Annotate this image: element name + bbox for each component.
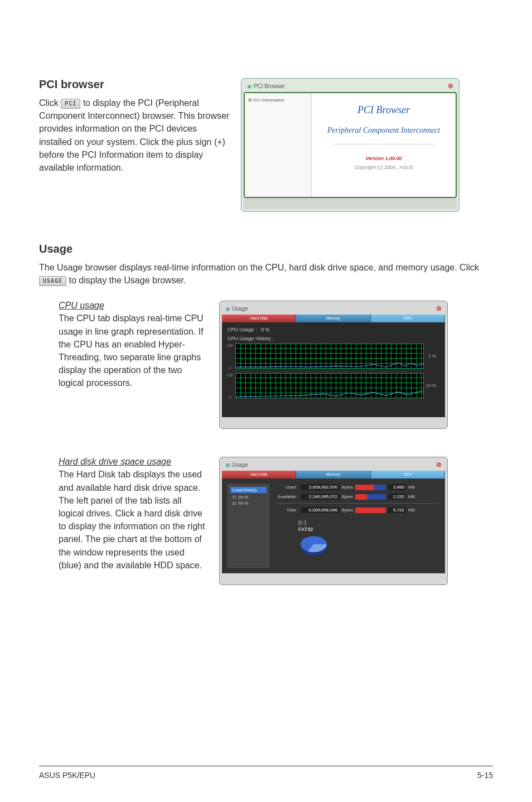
axis-bot-1: 0 bbox=[229, 366, 231, 370]
hdd-used-bytes: 3,659,902,976 bbox=[301, 484, 340, 490]
cpu-subtitle: CPU usage bbox=[59, 301, 209, 311]
hdd-subtitle: Hard disk drive space usage bbox=[59, 457, 209, 467]
hdd-pie-chart bbox=[298, 533, 329, 558]
hdd-text: The Hard Disk tab displays the used and … bbox=[59, 468, 209, 572]
hdd-total-bar bbox=[355, 508, 386, 513]
usage-titlebar-hdd: ◉ Usage ⊗ bbox=[222, 460, 445, 470]
hdd-used-bar bbox=[355, 485, 386, 490]
axis-bot-2: 0 bbox=[229, 395, 231, 399]
hdd-body: Local Drive(s) C: 39 % D: 99 % Used : 3,… bbox=[222, 479, 445, 573]
usage-tabs-hdd: Hard Disk Memory CPU bbox=[222, 471, 445, 479]
usage-tabs: Hard Disk Memory CPU bbox=[222, 315, 445, 322]
pci-window-title: ◉ PCI Browser bbox=[247, 83, 285, 89]
usage-inline-button[interactable]: USAGE bbox=[39, 276, 66, 287]
page-footer: ASUS P5K/EPU 5-15 bbox=[39, 766, 493, 780]
pci-heading: PCI browser bbox=[39, 78, 230, 91]
pci-titlebar: ◉ PCI Browser ⊗ bbox=[244, 81, 457, 91]
close-icon[interactable]: ⊗ bbox=[436, 305, 442, 312]
cpu-pct-2: 15 % bbox=[426, 383, 436, 388]
close-icon[interactable]: ⊗ bbox=[436, 461, 442, 468]
hdd-used-mbunit: MB bbox=[408, 485, 415, 490]
cpu-usage-body: CPU Usage : 0 % CPU Usage History : 100 … bbox=[222, 322, 445, 417]
hdd-total-bytes: 6,000,898,048 bbox=[301, 507, 340, 513]
hdd-avail-label: Available : bbox=[275, 494, 298, 499]
pci-content-panel: PCI Browser Peripheral Component Interco… bbox=[312, 93, 456, 197]
hdd-used-mb: 3,490 bbox=[388, 484, 406, 490]
cpu-text: The CPU tab displays real-time CPU usage… bbox=[59, 312, 209, 389]
hdd-usage-window: ◉ Usage ⊗ Hard Disk Memory CPU Local Dri… bbox=[219, 457, 448, 585]
pci-tree-item[interactable]: ⊞ PCI Information bbox=[248, 98, 284, 103]
pci-copyright: Copyright (c) 2004 , ASUS bbox=[354, 165, 413, 170]
pci-text-before: Click bbox=[39, 98, 61, 108]
hdd-avail-unit: Bytes bbox=[342, 494, 353, 499]
cpu-usage-label: CPU Usage : 0 % bbox=[228, 327, 439, 332]
cpu-pct-1: 3 % bbox=[428, 354, 436, 359]
hdd-drive-d[interactable]: D: 99 % bbox=[230, 500, 267, 506]
hdd-used-label: Used : bbox=[275, 485, 298, 490]
usage-window-title: ◉ Usage bbox=[225, 306, 248, 312]
hdd-drive-c[interactable]: C: 39 % bbox=[230, 494, 267, 500]
hdd-total-unit: Bytes bbox=[342, 508, 353, 513]
hdd-drives-panel: Local Drive(s) C: 39 % D: 99 % bbox=[228, 484, 269, 568]
pci-paragraph: Click PCI to display the PCI (Peripheral… bbox=[39, 96, 230, 174]
hdd-window-title: ◉ Usage bbox=[225, 462, 248, 468]
hdd-avail-mbunit: MB bbox=[408, 494, 415, 499]
usage-intro-before: The Usage browser displays real-time inf… bbox=[39, 263, 479, 272]
hdd-pie-label1: [C:] bbox=[298, 520, 439, 525]
pci-version: Version 1.00.00 bbox=[365, 156, 402, 161]
tab-memory[interactable]: Memory bbox=[296, 315, 370, 322]
axis-top-1: 100 bbox=[226, 344, 233, 347]
hdd-pie-label2: FAT32 bbox=[298, 526, 439, 532]
usage-heading: Usage bbox=[39, 243, 493, 255]
pci-content-title: PCI Browser bbox=[357, 104, 410, 116]
cpu-chart-2 bbox=[235, 373, 424, 398]
pci-text-after: to display the PCI (Peripheral Component… bbox=[39, 98, 229, 172]
hdd-row-total: Total : 6,000,898,048 Bytes 5,722 MB bbox=[275, 507, 439, 513]
hdd-avail-bar bbox=[355, 494, 386, 500]
hdd-info-panel: Used : 3,659,902,976 Bytes 3,490 MB Avai… bbox=[275, 484, 439, 568]
hdd-avail-bytes: 2,340,995,072 bbox=[301, 494, 340, 500]
pci-inline-button[interactable]: PCI bbox=[61, 99, 80, 109]
tab-harddisk[interactable]: Hard Disk bbox=[222, 315, 296, 322]
cpu-usage-window: ◉ Usage ⊗ Hard Disk Memory CPU CPU Usage… bbox=[219, 301, 448, 429]
pci-tree-panel[interactable]: ⊞ PCI Information bbox=[245, 93, 312, 197]
hdd-avail-mb: 2,232 bbox=[388, 494, 406, 500]
usage-intro-after: to display the Usage browser. bbox=[69, 276, 186, 285]
usage-titlebar: ◉ Usage ⊗ bbox=[222, 303, 445, 313]
hdd-total-mbunit: MB bbox=[408, 508, 415, 513]
hdd-row-avail: Available : 2,340,995,072 Bytes 2,232 MB bbox=[275, 494, 439, 500]
tab-cpu[interactable]: CPU bbox=[371, 471, 445, 479]
pci-browser-window: ◉ PCI Browser ⊗ ⊞ PCI Information PCI Br… bbox=[241, 78, 460, 212]
cpu-chart-1 bbox=[235, 344, 424, 369]
tab-cpu[interactable]: CPU bbox=[371, 315, 445, 322]
hdd-row-used: Used : 3,659,902,976 Bytes 3,490 MB bbox=[275, 484, 439, 490]
hdd-drives-header: Local Drive(s) bbox=[230, 487, 267, 493]
hdd-pie-wrap: [C:] FAT32 bbox=[298, 520, 439, 561]
footer-right: 5-15 bbox=[477, 771, 493, 780]
pci-content-subtitle: Peripheral Component Interconnect bbox=[327, 126, 440, 135]
tab-memory[interactable]: Memory bbox=[296, 471, 370, 479]
hdd-total-mb: 5,722 bbox=[388, 507, 406, 513]
usage-intro: The Usage browser displays real-time inf… bbox=[39, 261, 493, 287]
cpu-history-label: CPU Usage History : bbox=[228, 336, 439, 341]
hdd-total-label: Total : bbox=[275, 508, 298, 513]
close-icon[interactable]: ⊗ bbox=[448, 82, 453, 90]
footer-left: ASUS P5K/EPU bbox=[39, 771, 95, 780]
tab-harddisk[interactable]: Hard Disk bbox=[222, 471, 296, 479]
axis-top-2: 100 bbox=[226, 373, 233, 377]
hdd-used-unit: Bytes bbox=[342, 485, 353, 490]
